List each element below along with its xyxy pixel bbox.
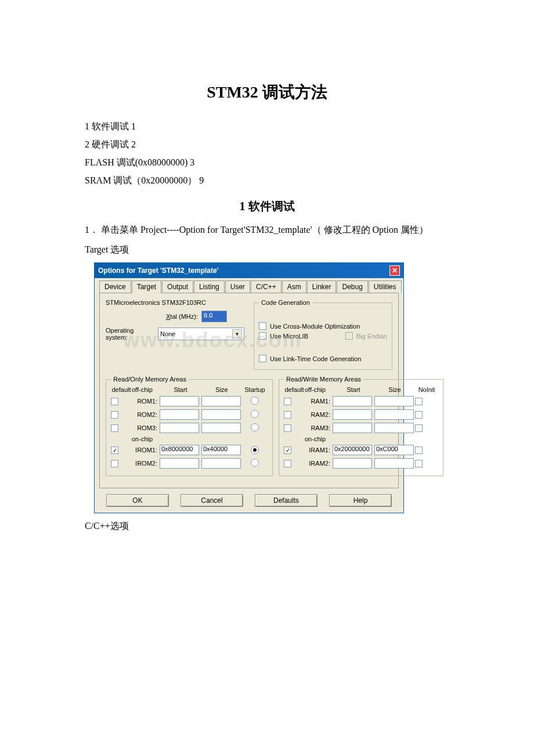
- irom2-start[interactable]: [160, 458, 199, 469]
- help-button[interactable]: Help: [329, 494, 392, 507]
- chk-big-endian: [345, 332, 353, 340]
- dropdown-icon: ▼: [232, 329, 242, 339]
- toc-item-4: SRAM 调试（0x20000000） 9: [58, 175, 476, 187]
- ram3-start[interactable]: [333, 423, 372, 433]
- dialog-titlebar: Options for Target 'STM32_template' ✕: [95, 263, 403, 278]
- chk-ram2-noinit[interactable]: [415, 411, 423, 419]
- ram2-row: RAM2:: [284, 409, 438, 420]
- rom-onchip-label: on-chip: [111, 435, 268, 442]
- lbl-ram2: RAM2:: [305, 411, 333, 418]
- iram1-start[interactable]: 0x20000000: [333, 445, 372, 455]
- radio-rom2[interactable]: [251, 410, 259, 418]
- ram-onchip-label: on-chip: [284, 435, 438, 442]
- tab-row: Device Target Output Listing User C/C++ …: [95, 278, 403, 293]
- chk-ram1-noinit[interactable]: [415, 398, 423, 405]
- ram2-start[interactable]: [333, 409, 372, 420]
- chk-irom1[interactable]: [111, 447, 118, 454]
- lbl-ram3: RAM3:: [305, 424, 333, 431]
- rom-fieldset: Read/Only Memory Areas default off-chip …: [106, 376, 273, 476]
- hdr-offchip: off-chip: [132, 386, 160, 393]
- hdr-startup: Startup: [242, 386, 268, 393]
- close-button[interactable]: ✕: [389, 265, 400, 276]
- tab-user[interactable]: User: [225, 280, 250, 293]
- tab-output[interactable]: Output: [162, 280, 193, 293]
- cancel-button[interactable]: Cancel: [181, 494, 243, 507]
- radio-rom3[interactable]: [251, 423, 259, 431]
- tab-ccpp[interactable]: C/C++: [251, 280, 282, 293]
- ccpp-option-label: C/C++选项: [58, 519, 476, 533]
- lbl-irom1: IROM1:: [132, 447, 160, 453]
- tab-asm[interactable]: Asm: [282, 280, 306, 293]
- tab-listing[interactable]: Listing: [194, 280, 225, 293]
- ram1-size[interactable]: [374, 396, 414, 406]
- tab-linker[interactable]: Linker: [307, 280, 337, 293]
- rom1-start[interactable]: [160, 396, 199, 406]
- chk-linktime[interactable]: [259, 355, 266, 362]
- radio-irom1[interactable]: [251, 446, 259, 454]
- chk-iram2-noinit[interactable]: [415, 460, 423, 467]
- radio-irom2[interactable]: [251, 459, 259, 467]
- toc-item-3: FLASH 调试(0x08000000) 3: [58, 157, 476, 169]
- defaults-button[interactable]: Defaults: [255, 494, 317, 507]
- irom1-start[interactable]: 0x8000000: [160, 445, 199, 455]
- chk-microlib[interactable]: [259, 332, 266, 340]
- iram2-size[interactable]: [374, 458, 414, 469]
- rom1-row: ROM1:: [111, 395, 268, 407]
- iram1-size[interactable]: 0xC000: [374, 445, 414, 455]
- toc-item-1: 1 软件调试 1: [58, 121, 476, 133]
- chk-ram2[interactable]: [284, 411, 291, 419]
- rom2-size[interactable]: [201, 409, 241, 420]
- chk-iram1[interactable]: [284, 447, 291, 454]
- tab-utilities[interactable]: Utilities: [369, 280, 402, 293]
- lbl-rom2: ROM2:: [132, 411, 160, 418]
- tab-content: www.bdocx.com STMicroelectronics STM32F1…: [99, 293, 399, 488]
- lbl-ram1: RAM1:: [305, 398, 333, 405]
- toc-item-2: 2 硬件调试 2: [58, 139, 476, 151]
- lbl-rom1: ROM1:: [132, 398, 160, 405]
- xtal-label: Xtal (MHz):: [166, 313, 198, 320]
- chk-rom3[interactable]: [111, 424, 118, 432]
- chk-rom2[interactable]: [111, 411, 118, 419]
- irom2-size[interactable]: [201, 458, 241, 469]
- hdr-noinit: NoInit: [415, 386, 438, 393]
- chk-rom1[interactable]: [111, 398, 118, 405]
- lbl-microlib: Use MicroLIB: [270, 333, 308, 340]
- radio-rom1[interactable]: [251, 397, 259, 405]
- chk-iram1-noinit[interactable]: [415, 447, 423, 454]
- hdr-default-r: default: [284, 386, 305, 393]
- dialog-title: Options for Target 'STM32_template': [98, 267, 219, 275]
- chk-iram2[interactable]: [284, 460, 291, 467]
- hdr-size-r: Size: [374, 386, 415, 393]
- tab-target[interactable]: Target: [132, 280, 161, 293]
- hdr-default: default: [111, 386, 132, 393]
- rom2-start[interactable]: [160, 409, 199, 420]
- chk-irom2[interactable]: [111, 460, 118, 467]
- ram2-size[interactable]: [374, 409, 414, 420]
- rom1-size[interactable]: [201, 396, 241, 406]
- hdr-start: Start: [160, 386, 201, 393]
- ok-button[interactable]: OK: [106, 494, 169, 507]
- rom3-start[interactable]: [160, 423, 199, 433]
- chk-ram1[interactable]: [284, 398, 291, 405]
- chk-ram3-noinit[interactable]: [415, 424, 423, 432]
- step1-text: 1． 单击菜单 Project----Option for Target'STM…: [58, 223, 476, 237]
- rom3-row: ROM3:: [111, 422, 268, 434]
- irom1-size[interactable]: 0x40000: [201, 445, 241, 455]
- lbl-linktime: Use Link-Time Code Generation: [270, 355, 361, 362]
- tab-debug[interactable]: Debug: [337, 280, 367, 293]
- chk-cross-module[interactable]: [259, 322, 266, 330]
- hdr-start-r: Start: [333, 386, 374, 393]
- iram2-start[interactable]: [333, 458, 372, 469]
- rom2-row: ROM2:: [111, 409, 268, 420]
- tab-device[interactable]: Device: [99, 280, 131, 293]
- ram-legend: Read/Write Memory Areas: [284, 376, 363, 383]
- device-name: STMicroelectronics STM32F103RC: [106, 299, 244, 306]
- ram3-size[interactable]: [374, 423, 414, 433]
- os-select[interactable]: None ▼: [158, 327, 244, 340]
- xtal-input[interactable]: 8.0: [201, 311, 227, 322]
- ram1-start[interactable]: [333, 396, 372, 406]
- target-option-label: Target 选项: [58, 243, 476, 257]
- os-label: Operating system:: [106, 327, 154, 341]
- chk-ram3[interactable]: [284, 424, 291, 432]
- rom3-size[interactable]: [201, 423, 241, 433]
